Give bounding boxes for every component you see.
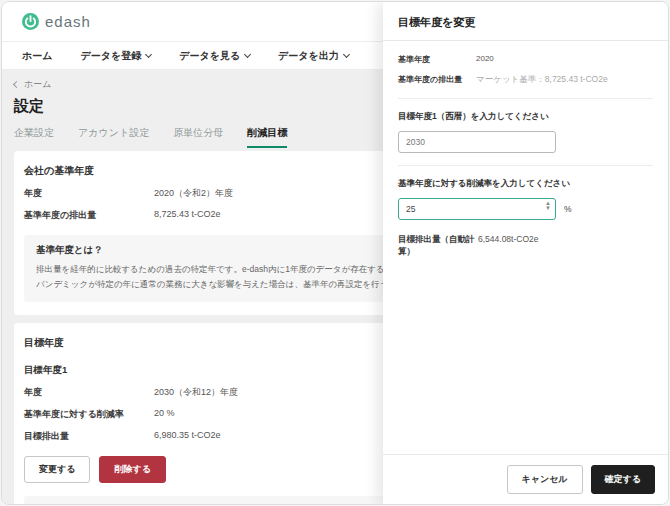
number-stepper[interactable]: ▲ ▼ <box>545 201 551 212</box>
drawer-body: 基準年度 2020 基準年度の排出量 マーケット基準：8,725.43 t-CO… <box>383 41 668 454</box>
edash-logo-icon <box>22 13 39 30</box>
drawer-footer: キャンセル 確定する <box>383 454 668 504</box>
nav-item-label: ホーム <box>22 49 52 63</box>
row-value: 2030（令和12）年度 <box>154 386 238 399</box>
stepper-down-icon[interactable]: ▼ <box>545 206 551 211</box>
row-value: 6,980.35 t-CO2e <box>154 430 221 443</box>
change-button[interactable]: 変更する <box>24 456 90 483</box>
reduction-rate-input-label: 基準年度に対する削減率を入力してください <box>398 178 653 190</box>
nav-item-home[interactable]: ホーム <box>22 49 52 63</box>
row-label: 年度 <box>24 386 154 399</box>
divider <box>398 165 653 166</box>
edash-logo[interactable]: edash <box>22 13 91 30</box>
logo-text: edash <box>45 13 91 30</box>
change-target-year-drawer: 目標年度を変更 基準年度 2020 基準年度の排出量 マーケット基準：8,725… <box>383 2 668 504</box>
nav-item-label: データを出力 <box>278 49 339 63</box>
row-value: 2020（令和2）年度 <box>154 187 233 200</box>
target-year-input-label: 目標年度1（西暦）を入力してください <box>398 111 653 123</box>
drawer-title: 目標年度を変更 <box>383 2 668 41</box>
tab-unit-denominator[interactable]: 原単位分母 <box>173 126 223 148</box>
row-value: 20 % <box>154 408 175 421</box>
nav-item-label: データを見る <box>179 49 240 63</box>
result-label: 目標排出量（自動計算） <box>398 234 478 258</box>
reduction-rate-input[interactable] <box>398 198 556 220</box>
chevron-down-icon <box>145 50 152 57</box>
auto-calc-result-row: 目標排出量（自動計算） 6,544.08t-CO2e <box>398 234 653 258</box>
tab-reduction-target[interactable]: 削減目標 <box>247 126 287 148</box>
row-label: 目標排出量 <box>24 430 154 443</box>
row-value: マーケット基準：8,725.43 t-CO2e <box>476 74 608 86</box>
chevron-down-icon <box>244 50 251 57</box>
chevron-down-icon <box>343 50 350 57</box>
nav-item-label: データを登録 <box>80 49 141 63</box>
nav-item-view-data[interactable]: データを見る <box>179 49 250 63</box>
target-year-input[interactable] <box>398 131 556 153</box>
tab-account-settings[interactable]: アカウント設定 <box>78 126 149 148</box>
chevron-left-icon <box>13 81 20 88</box>
app-window: edash ホーム データを登録 データを見る データを出力 ホーム 設定 企業… <box>1 1 669 505</box>
drawer-base-emissions-row: 基準年度の排出量 マーケット基準：8,725.43 t-CO2e <box>398 74 653 86</box>
nav-item-register-data[interactable]: データを登録 <box>80 49 151 63</box>
row-label: 基準年度の排出量 <box>398 74 476 86</box>
row-label: 年度 <box>24 187 154 200</box>
nav-item-export-data[interactable]: データを出力 <box>278 49 349 63</box>
divider <box>398 98 653 99</box>
breadcrumb-label: ホーム <box>24 78 51 91</box>
tab-company-settings[interactable]: 企業設定 <box>14 126 54 148</box>
row-value: 2020 <box>476 54 494 65</box>
row-label: 基準年度 <box>398 54 476 65</box>
row-label: 基準年度に対する削減率 <box>24 408 154 421</box>
percent-unit-label: % <box>564 204 572 214</box>
cancel-button[interactable]: キャンセル <box>507 465 583 494</box>
row-value: 8,725.43 t-CO2e <box>154 209 221 222</box>
row-label: 基準年度の排出量 <box>24 209 154 222</box>
delete-button[interactable]: 削除する <box>99 456 165 483</box>
result-value: 6,544.08t-CO2e <box>478 234 538 258</box>
confirm-button[interactable]: 確定する <box>591 465 655 494</box>
drawer-base-year-row: 基準年度 2020 <box>398 54 653 65</box>
